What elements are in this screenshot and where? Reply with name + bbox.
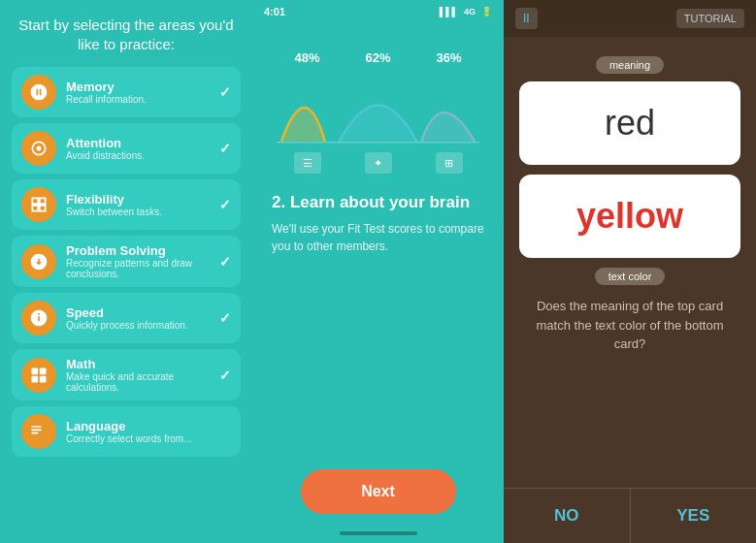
chart-label-3: 36% xyxy=(436,50,461,65)
attention-text: Attention Avoid distractions. xyxy=(66,136,219,161)
speed-text: Speed Quickly process information. xyxy=(66,305,219,331)
memory-check: ✓ xyxy=(219,84,231,100)
text-color-label: text color xyxy=(595,268,666,285)
category-item-memory[interactable]: Memory Recall information. ✓ xyxy=(12,67,241,117)
question-text: Does the meaning of the top card match t… xyxy=(519,297,740,354)
math-check: ✓ xyxy=(219,367,231,383)
memory-icon xyxy=(21,75,56,110)
speed-desc: Quickly process information. xyxy=(66,320,219,331)
brain-chart xyxy=(272,69,484,146)
language-text: Language Correctly select words from... xyxy=(66,419,231,444)
answer-row: NO YES xyxy=(504,488,756,543)
chart-label-1: 48% xyxy=(294,50,319,65)
time-display: 4:01 xyxy=(264,6,285,17)
bottom-indicator xyxy=(340,531,417,535)
svg-rect-4 xyxy=(32,375,39,382)
no-button[interactable]: NO xyxy=(504,489,631,543)
signal-bars: ▌▌▌ xyxy=(440,7,458,16)
svg-rect-3 xyxy=(40,367,47,374)
speed-icon xyxy=(21,301,56,335)
attention-check: ✓ xyxy=(219,141,231,156)
bottom-word: yellow xyxy=(576,196,683,237)
category-item-speed[interactable]: Speed Quickly process information. ✓ xyxy=(12,293,241,343)
math-text: Math Make quick and accurate calculation… xyxy=(66,357,219,393)
category-item-flexibility[interactable]: Flexibility Switch between tasks. ✓ xyxy=(12,179,241,230)
battery-icon: 🔋 xyxy=(481,7,492,16)
brain-info-panel: 4:01 ▌▌▌ 4G 🔋 48% 62% 36% ☰ xyxy=(252,0,504,543)
top-word: red xyxy=(605,103,655,144)
memory-desc: Recall information. xyxy=(66,94,219,105)
language-name: Language xyxy=(66,419,231,433)
pause-button[interactable]: II xyxy=(515,8,538,29)
next-button[interactable]: Next xyxy=(301,469,456,514)
flexibility-name: Flexibility xyxy=(66,192,219,207)
chart-area: 48% 62% 36% ☰ ✦ ⊞ xyxy=(252,21,504,174)
chart-icon-memory: ☰ xyxy=(294,152,321,174)
word-color-game-panel: II TUTORIAL meaning red yellow text colo… xyxy=(504,0,756,543)
chart-labels: 48% 62% 36% xyxy=(272,50,484,65)
math-desc: Make quick and accurate calculations. xyxy=(66,371,219,393)
memory-text: Memory Recall information. xyxy=(66,80,219,105)
meaning-label: meaning xyxy=(596,56,664,74)
panel2-content: 2. Learn about your brain We'll use your… xyxy=(252,174,504,255)
chart-label-2: 62% xyxy=(365,50,390,65)
attention-desc: Avoid distractions. xyxy=(66,150,219,161)
network-type: 4G xyxy=(464,7,476,16)
game-area: meaning red yellow text color Does the m… xyxy=(504,37,756,488)
problem-solving-name: Problem Solving xyxy=(66,243,219,258)
svg-rect-5 xyxy=(40,375,47,382)
category-selection-panel: Start by selecting the areas you'd like … xyxy=(0,0,252,543)
flexibility-desc: Switch between tasks. xyxy=(66,207,219,217)
memory-name: Memory xyxy=(66,80,219,94)
problem-solving-desc: Recognize patterns and draw conclusions. xyxy=(66,258,219,279)
step-title: 2. Learn about your brain xyxy=(272,193,484,212)
speed-check: ✓ xyxy=(219,310,231,326)
chart-icon-flex: ✦ xyxy=(365,152,392,174)
category-item-problem-solving[interactable]: Problem Solving Recognize patterns and d… xyxy=(12,236,241,287)
problem-solving-icon xyxy=(21,244,56,279)
svg-point-1 xyxy=(37,146,42,151)
problem-solving-check: ✓ xyxy=(219,254,231,270)
category-item-math[interactable]: Math Make quick and accurate calculation… xyxy=(12,349,241,400)
attention-name: Attention xyxy=(66,136,219,150)
chart-icon-speed: ⊞ xyxy=(436,152,463,174)
language-desc: Correctly select words from... xyxy=(66,433,231,444)
panel1-title: Start by selecting the areas you'd like … xyxy=(12,16,241,53)
bottom-word-card: yellow xyxy=(519,175,740,258)
chart-icons: ☰ ✦ ⊞ xyxy=(272,152,484,174)
category-item-attention[interactable]: Attention Avoid distractions. ✓ xyxy=(12,123,241,174)
next-button-container: Next xyxy=(301,469,456,514)
top-word-card: red xyxy=(519,81,740,165)
math-name: Math xyxy=(66,357,219,371)
attention-icon xyxy=(21,131,56,166)
flexibility-text: Flexibility Switch between tasks. xyxy=(66,192,219,217)
speed-name: Speed xyxy=(66,305,219,320)
step-desc: We'll use your Fit Test scores to compar… xyxy=(272,220,484,255)
svg-rect-2 xyxy=(32,367,39,374)
signal-icons: ▌▌▌ 4G 🔋 xyxy=(440,7,492,16)
language-icon xyxy=(21,414,56,449)
status-bar: 4:01 ▌▌▌ 4G 🔋 xyxy=(252,0,504,21)
category-item-language[interactable]: Language Correctly select words from... xyxy=(12,406,241,457)
tutorial-button[interactable]: TUTORIAL xyxy=(676,9,744,28)
flexibility-check: ✓ xyxy=(219,197,231,212)
yes-button[interactable]: YES xyxy=(631,489,757,543)
math-icon xyxy=(21,358,56,393)
problem-solving-text: Problem Solving Recognize patterns and d… xyxy=(66,243,219,279)
flexibility-icon xyxy=(21,187,56,222)
game-header: II TUTORIAL xyxy=(504,0,756,37)
